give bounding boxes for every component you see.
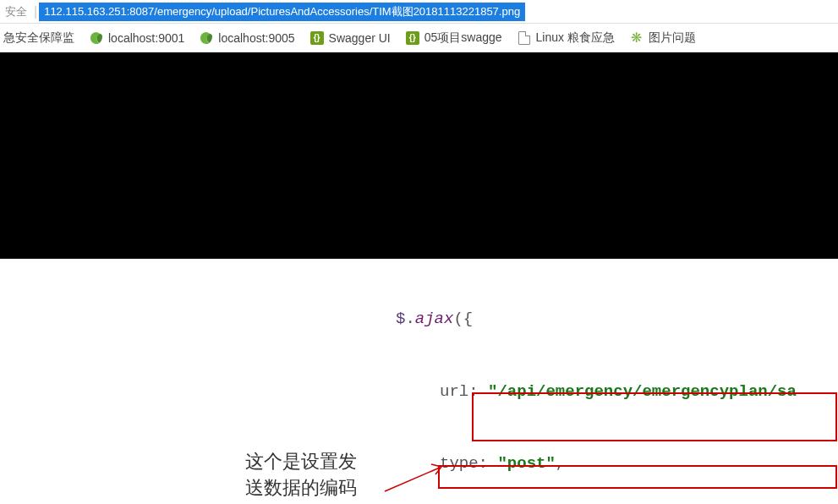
swagger-icon: {} [310,31,324,45]
bookmark-label: Swagger UI [329,31,391,45]
bookmark-label: 急安全保障监 [3,30,74,46]
annotation-line1: 这个是设置发 [245,449,357,475]
gear-icon: ❋ [630,31,644,45]
bookmark-item-4[interactable]: {} 05项目swagge [406,30,502,46]
secure-label: 安全 [0,4,32,19]
bookmark-item-0[interactable]: 急安全保障监 [3,30,74,46]
divider: | [32,4,39,19]
bookmark-label: localhost:9005 [218,31,294,45]
bookmarks-bar: 急安全保障监 localhost:9001 localhost:9005 {} … [0,24,838,52]
image-viewer-background [0,52,838,259]
annotation-line2: 送数据的编码 [245,475,357,501]
swagger-icon: {} [406,31,419,45]
annotation-text: 这个是设置发 送数据的编码 [245,449,357,501]
spring-leaf-icon [200,31,213,45]
bookmark-label: localhost:9001 [108,31,184,45]
red-box-contenttype [438,465,837,489]
bookmark-item-3[interactable]: {} Swagger UI [310,31,391,45]
url-input[interactable]: 112.115.163.251:8087/emergency/upload/Pi… [39,3,525,21]
bookmark-item-6[interactable]: ❋ 图片问题 [630,30,696,46]
spring-leaf-icon [90,31,103,45]
document-content: 这个是设置发 送数据的编码 $.ajax({ url: "/api/emerge… [0,259,838,504]
bookmark-label: 05项目swagge [424,30,502,46]
bookmark-item-2[interactable]: localhost:9005 [200,31,294,45]
bookmark-item-5[interactable]: Linux 粮食应急 [518,30,615,46]
address-bar: 安全 | 112.115.163.251:8087/emergency/uplo… [0,0,838,24]
document-icon [518,31,531,45]
left-margin [0,259,194,504]
bookmark-item-1[interactable]: localhost:9001 [90,31,184,45]
red-box-headers [472,392,837,441]
bookmark-label: Linux 粮食应急 [536,30,615,46]
bookmark-label: 图片问题 [649,30,696,46]
